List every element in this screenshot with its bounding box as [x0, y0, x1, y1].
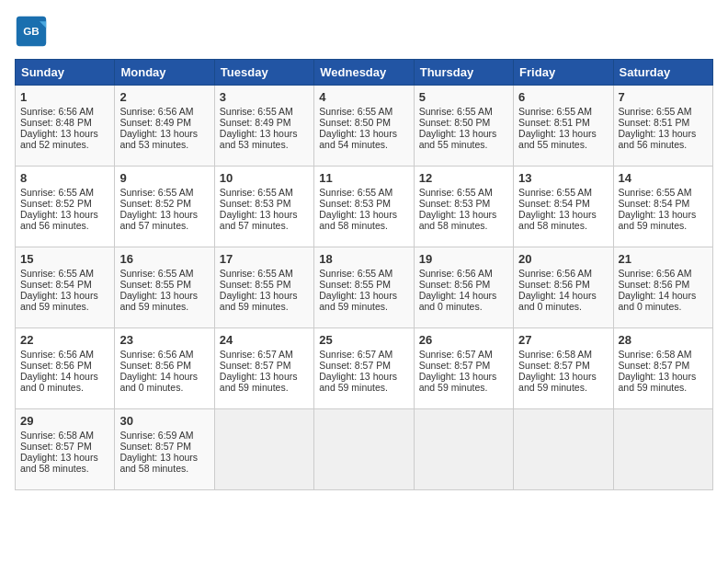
calendar-cell: 25Sunrise: 6:57 AMSunset: 8:57 PMDayligh… — [314, 328, 414, 409]
day-number: 22 — [20, 333, 109, 347]
day-number: 10 — [220, 171, 309, 185]
day-info: Sunrise: 6:55 AM — [119, 268, 209, 279]
day-info: Daylight: 13 hours and 59 minutes. — [20, 290, 109, 312]
day-number: 16 — [119, 252, 209, 266]
header-saturday: Saturday — [613, 60, 712, 86]
day-info: Sunrise: 6:55 AM — [220, 106, 309, 117]
day-info: Daylight: 13 hours and 58 minutes. — [20, 452, 109, 474]
day-info: Sunrise: 6:55 AM — [220, 187, 309, 198]
day-info: Sunset: 8:56 PM — [518, 279, 608, 290]
day-number: 8 — [20, 171, 109, 185]
day-info: Sunset: 8:57 PM — [220, 360, 309, 371]
day-info: Sunrise: 6:55 AM — [20, 187, 109, 198]
calendar-cell: 24Sunrise: 6:57 AMSunset: 8:57 PMDayligh… — [214, 328, 313, 409]
day-info: Sunrise: 6:55 AM — [119, 187, 209, 198]
day-info: Sunset: 8:57 PM — [20, 441, 109, 452]
calendar-cell: 2Sunrise: 6:56 AMSunset: 8:49 PMDaylight… — [115, 86, 214, 167]
day-info: Sunset: 8:53 PM — [319, 198, 408, 209]
calendar-cell: 23Sunrise: 6:56 AMSunset: 8:56 PMDayligh… — [115, 328, 214, 409]
day-info: Sunrise: 6:55 AM — [419, 187, 508, 198]
day-info: Sunset: 8:54 PM — [619, 198, 708, 209]
calendar-cell: 29Sunrise: 6:58 AMSunset: 8:57 PMDayligh… — [16, 409, 115, 490]
day-info: Daylight: 13 hours and 54 minutes. — [319, 128, 408, 150]
day-info: Sunrise: 6:55 AM — [619, 106, 708, 117]
day-number: 12 — [419, 171, 508, 185]
calendar-week-row: 8Sunrise: 6:55 AMSunset: 8:52 PMDaylight… — [16, 167, 713, 247]
day-info: Daylight: 14 hours and 0 minutes. — [518, 290, 608, 312]
day-info: Sunrise: 6:55 AM — [518, 106, 608, 117]
day-info: Sunset: 8:49 PM — [119, 117, 209, 128]
day-number: 2 — [119, 90, 209, 104]
day-info: Sunset: 8:53 PM — [419, 198, 508, 209]
day-info: Daylight: 13 hours and 59 minutes. — [119, 290, 209, 312]
header-friday: Friday — [514, 60, 613, 86]
day-number: 28 — [619, 333, 708, 347]
day-info: Sunrise: 6:55 AM — [319, 268, 408, 279]
header-wednesday: Wednesday — [314, 60, 414, 86]
day-info: Daylight: 14 hours and 0 minutes. — [119, 371, 209, 393]
day-info: Sunset: 8:54 PM — [518, 198, 608, 209]
day-info: Daylight: 13 hours and 55 minutes. — [419, 128, 508, 150]
day-number: 20 — [518, 252, 608, 266]
day-number: 4 — [319, 90, 408, 104]
day-info: Sunrise: 6:58 AM — [518, 349, 608, 360]
day-info: Sunset: 8:50 PM — [319, 117, 408, 128]
day-number: 27 — [518, 333, 608, 347]
day-info: Daylight: 13 hours and 59 minutes. — [619, 371, 708, 393]
calendar-week-row: 29Sunrise: 6:58 AMSunset: 8:57 PMDayligh… — [16, 409, 713, 490]
day-info: Sunset: 8:51 PM — [619, 117, 708, 128]
day-info: Daylight: 13 hours and 56 minutes. — [20, 209, 109, 231]
day-info: Sunrise: 6:55 AM — [20, 268, 109, 279]
day-info: Daylight: 13 hours and 59 minutes. — [518, 371, 608, 393]
day-info: Sunrise: 6:59 AM — [119, 430, 209, 441]
calendar-week-row: 15Sunrise: 6:55 AMSunset: 8:54 PMDayligh… — [16, 247, 713, 328]
day-number: 17 — [220, 252, 309, 266]
header-thursday: Thursday — [414, 60, 513, 86]
day-info: Daylight: 14 hours and 0 minutes. — [619, 290, 708, 312]
day-info: Sunrise: 6:55 AM — [518, 187, 608, 198]
day-info: Daylight: 13 hours and 58 minutes. — [319, 209, 408, 231]
day-info: Sunrise: 6:56 AM — [20, 106, 109, 117]
day-number: 19 — [419, 252, 508, 266]
day-number: 26 — [419, 333, 508, 347]
day-info: Daylight: 13 hours and 57 minutes. — [220, 209, 309, 231]
day-info: Daylight: 13 hours and 58 minutes. — [119, 452, 209, 474]
day-info: Sunset: 8:52 PM — [119, 198, 209, 209]
day-info: Daylight: 13 hours and 59 minutes. — [220, 290, 309, 312]
day-info: Sunset: 8:56 PM — [419, 279, 508, 290]
calendar-cell: 12Sunrise: 6:55 AMSunset: 8:53 PMDayligh… — [414, 167, 513, 247]
day-info: Sunrise: 6:57 AM — [319, 349, 408, 360]
logo-icon: GB — [15, 15, 48, 48]
day-info: Sunrise: 6:56 AM — [619, 268, 708, 279]
day-info: Sunset: 8:53 PM — [220, 198, 309, 209]
day-number: 11 — [319, 171, 408, 185]
calendar-cell: 16Sunrise: 6:55 AMSunset: 8:55 PMDayligh… — [115, 247, 214, 328]
day-info: Sunset: 8:56 PM — [619, 279, 708, 290]
day-info: Daylight: 13 hours and 59 minutes. — [619, 209, 708, 231]
day-info: Sunrise: 6:56 AM — [518, 268, 608, 279]
calendar-cell — [514, 409, 613, 490]
calendar-cell: 7Sunrise: 6:55 AMSunset: 8:51 PMDaylight… — [613, 86, 712, 167]
day-info: Sunrise: 6:56 AM — [119, 106, 209, 117]
day-info: Sunrise: 6:55 AM — [220, 268, 309, 279]
logo: GB — [15, 15, 51, 48]
day-number: 6 — [518, 90, 608, 104]
calendar-cell — [414, 409, 513, 490]
calendar-cell: 18Sunrise: 6:55 AMSunset: 8:55 PMDayligh… — [314, 247, 414, 328]
day-info: Sunrise: 6:56 AM — [20, 349, 109, 360]
calendar-cell: 17Sunrise: 6:55 AMSunset: 8:55 PMDayligh… — [214, 247, 313, 328]
day-number: 18 — [319, 252, 408, 266]
day-number: 21 — [619, 252, 708, 266]
calendar-cell: 10Sunrise: 6:55 AMSunset: 8:53 PMDayligh… — [214, 167, 313, 247]
calendar-cell: 27Sunrise: 6:58 AMSunset: 8:57 PMDayligh… — [514, 328, 613, 409]
calendar-week-row: 1Sunrise: 6:56 AMSunset: 8:48 PMDaylight… — [16, 86, 713, 167]
day-info: Sunset: 8:56 PM — [20, 360, 109, 371]
calendar-cell — [314, 409, 414, 490]
day-info: Daylight: 14 hours and 0 minutes. — [419, 290, 508, 312]
calendar-cell: 8Sunrise: 6:55 AMSunset: 8:52 PMDaylight… — [16, 167, 115, 247]
day-info: Sunrise: 6:57 AM — [220, 349, 309, 360]
calendar-cell: 6Sunrise: 6:55 AMSunset: 8:51 PMDaylight… — [514, 86, 613, 167]
day-number: 9 — [119, 171, 209, 185]
day-info: Sunset: 8:56 PM — [119, 360, 209, 371]
day-info: Sunset: 8:48 PM — [20, 117, 109, 128]
